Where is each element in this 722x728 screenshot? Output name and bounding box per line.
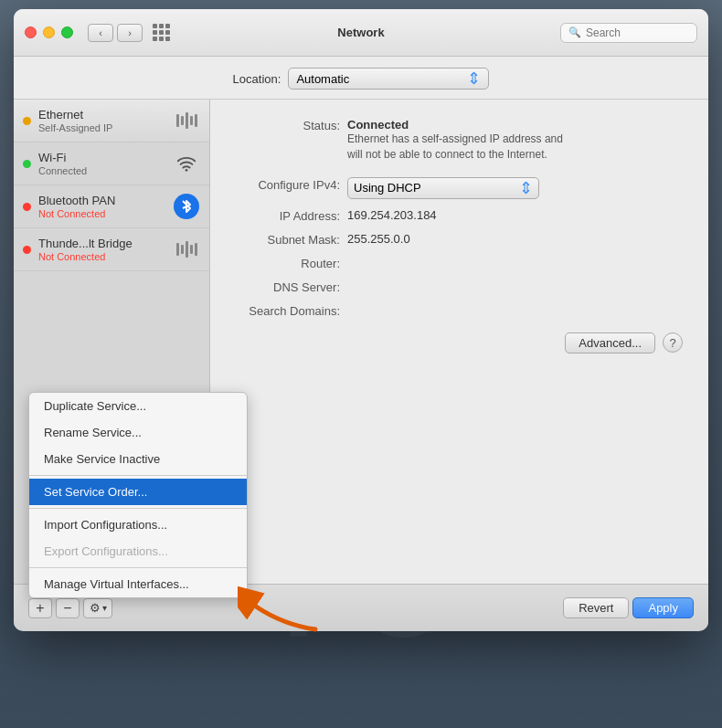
location-select-arrow: ⇕ (467, 69, 481, 89)
bluetooth-icon (173, 193, 200, 220)
search-input[interactable] (586, 26, 686, 39)
grid-button[interactable] (148, 20, 174, 46)
network-name-thunderbolt: Thunde...lt Bridge (38, 237, 169, 250)
configure-row: Configure IPv4: Using DHCP ⇕ (228, 177, 683, 199)
menu-divider-1 (29, 475, 247, 476)
subnet-row: Subnet Mask: 255.255.0.0 (228, 232, 683, 247)
advanced-row: Advanced... ? (228, 332, 683, 353)
status-value: Connected (347, 118, 563, 132)
domains-row: Search Domains: (228, 303, 683, 318)
menu-item-inactive[interactable]: Make Service Inactive (29, 446, 247, 472)
configure-select-arrow: ⇕ (519, 178, 533, 198)
gear-menu-button[interactable]: ⚙ ▾ (83, 598, 112, 618)
revert-button[interactable]: Revert (563, 597, 629, 618)
menu-item-import[interactable]: Import Configurations... (29, 512, 247, 538)
location-row: Location: Automatic ⇕ (14, 57, 708, 100)
network-info-wifi: Wi-Fi Connected (38, 151, 169, 176)
menu-divider-3 (29, 567, 247, 568)
titlebar: ‹ › Network 🔍 (14, 9, 708, 57)
configure-select[interactable]: Using DHCP ⇕ (347, 177, 539, 199)
network-sub-thunderbolt: Not Connected (38, 251, 169, 262)
menu-divider-2 (29, 508, 247, 509)
location-label: Location: (233, 72, 281, 86)
status-dot-bluetooth (23, 203, 31, 211)
menu-item-rename[interactable]: Rename Service... (29, 419, 247, 446)
dns-label: DNS Server: (228, 280, 347, 294)
back-button[interactable]: ‹ (88, 24, 113, 42)
dns-row: DNS Server: (228, 280, 683, 294)
status-label: Status: (228, 118, 347, 132)
location-value: Automatic (296, 72, 349, 86)
svg-point-0 (186, 169, 188, 172)
apply-button[interactable]: Apply (632, 597, 694, 618)
gear-icon: ⚙ (90, 601, 101, 615)
status-dot-wifi (23, 160, 31, 168)
sidebar-item-ethernet[interactable]: Ethernet Self-Assigned IP (14, 100, 209, 142)
search-icon: 🔍 (568, 26, 581, 38)
network-info-ethernet: Ethernet Self-Assigned IP (38, 108, 169, 133)
forward-button[interactable]: › (117, 24, 143, 42)
add-service-button[interactable]: + (28, 598, 52, 618)
window-title: Network (337, 26, 384, 39)
maximize-button[interactable] (61, 26, 73, 38)
search-bar[interactable]: 🔍 (560, 23, 697, 43)
minimize-button[interactable] (43, 26, 55, 38)
ethernet-icon (173, 107, 200, 134)
grid-icon (153, 24, 170, 41)
advanced-button[interactable]: Advanced... (565, 332, 655, 353)
menu-item-set-order[interactable]: Set Service Order... (29, 479, 247, 505)
detail-panel: Status: Connected Ethernet has a self-as… (210, 100, 708, 584)
status-dot-ethernet (23, 117, 31, 125)
thunderbolt-icon (173, 236, 200, 263)
close-button[interactable] (25, 26, 37, 38)
wifi-icon (173, 150, 200, 177)
sidebar-item-thunderbolt[interactable]: Thunde...lt Bridge Not Connected (14, 228, 209, 271)
traffic-lights (25, 26, 73, 38)
subnet-label: Subnet Mask: (228, 232, 347, 247)
remove-service-button[interactable]: − (56, 598, 80, 618)
ip-row: IP Address: 169.254.203.184 (228, 208, 683, 223)
configure-value: Using DHCP (354, 181, 421, 195)
nav-buttons: ‹ › (88, 24, 143, 42)
status-dot-thunderbolt (23, 246, 31, 254)
domains-label: Search Domains: (228, 303, 347, 318)
menu-item-export: Export Configurations... (29, 538, 247, 564)
sidebar-item-wifi[interactable]: Wi-Fi Connected (14, 142, 209, 185)
menu-item-virtual[interactable]: Manage Virtual Interfaces... (29, 571, 247, 597)
subnet-value: 255.255.0.0 (347, 232, 410, 246)
network-preferences-window: ‹ › Network 🔍 Location: Automatic ⇕ (14, 9, 708, 630)
ip-label: IP Address: (228, 208, 347, 223)
status-desc: Ethernet has a self-assigned IP address … (347, 132, 563, 163)
ip-value: 169.254.203.184 (347, 208, 437, 222)
bottom-bar: + − ⚙ ▾ Duplicate Service... Rename Serv… (14, 584, 708, 631)
status-row: Status: Connected Ethernet has a self-as… (228, 118, 683, 163)
network-info-thunderbolt: Thunde...lt Bridge Not Connected (38, 237, 169, 262)
router-row: Router: (228, 256, 683, 270)
help-button[interactable]: ? (663, 332, 683, 353)
network-sub-wifi: Connected (38, 165, 169, 176)
sidebar-item-bluetooth[interactable]: Bluetooth PAN Not Connected (14, 185, 209, 228)
configure-label: Configure IPv4: (228, 177, 347, 192)
network-sub-bluetooth: Not Connected (38, 208, 169, 219)
chevron-down-icon: ▾ (102, 603, 107, 613)
router-label: Router: (228, 256, 347, 270)
gear-dropdown-menu: Duplicate Service... Rename Service... M… (28, 392, 248, 598)
location-select[interactable]: Automatic ⇕ (288, 68, 489, 90)
network-name-ethernet: Ethernet (38, 108, 169, 121)
menu-item-duplicate[interactable]: Duplicate Service... (29, 393, 247, 419)
network-info-bluetooth: Bluetooth PAN Not Connected (38, 194, 169, 219)
network-sub-ethernet: Self-Assigned IP (38, 122, 169, 133)
network-name-bluetooth: Bluetooth PAN (38, 194, 169, 207)
network-name-wifi: Wi-Fi (38, 151, 169, 164)
